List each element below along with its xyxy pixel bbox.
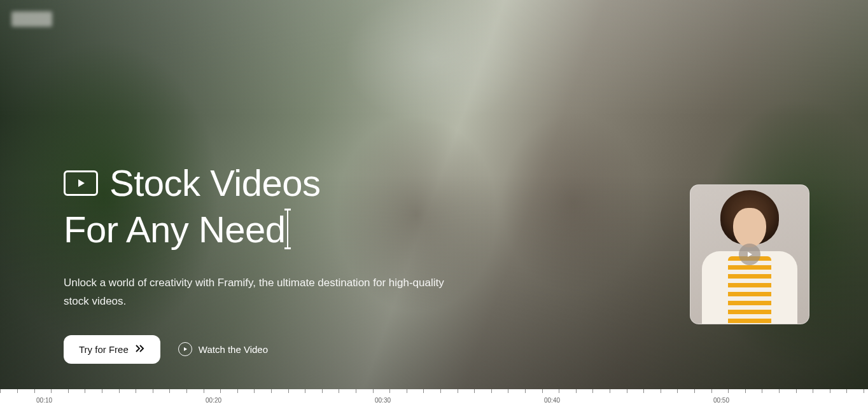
hero-subtext: Unlock a world of creativity with Framif… xyxy=(64,274,471,311)
timeline-tick-minor xyxy=(339,389,339,393)
timeline-label: 00:20 xyxy=(206,397,221,404)
timeline-tick-minor xyxy=(220,389,221,393)
timeline-tick-minor xyxy=(677,389,678,393)
headline-text-1: Stock Videos xyxy=(109,160,320,207)
timeline-tick-minor xyxy=(525,389,526,393)
timeline-tick-minor xyxy=(627,389,627,393)
timeline-tick-minor xyxy=(559,389,559,393)
logo xyxy=(11,11,52,27)
video-frame-icon xyxy=(64,170,98,196)
timeline-label: 00:40 xyxy=(544,397,560,404)
timeline-tick-minor xyxy=(610,389,610,393)
timeline-tick-minor xyxy=(237,389,238,393)
timeline-tick-minor xyxy=(68,389,69,393)
timeline-tick-minor xyxy=(85,389,85,393)
timeline-tick-minor xyxy=(305,389,305,393)
timeline-tick-minor xyxy=(508,389,508,393)
timeline-tick-minor xyxy=(592,389,593,393)
timeline-tick-minor xyxy=(728,389,729,393)
svg-marker-0 xyxy=(78,179,85,187)
timeline-tick-minor xyxy=(34,389,35,393)
try-for-free-label: Try for Free xyxy=(79,344,129,355)
timeline-tick-minor xyxy=(779,389,780,393)
timeline-ruler[interactable]: 00:1000:2000:3000:4000:50 xyxy=(0,389,868,407)
timeline-tick-minor xyxy=(846,389,847,393)
timeline-tick-minor xyxy=(830,389,830,393)
hero-content: Stock Videos For Any Need Unlock a world… xyxy=(64,160,471,364)
play-icon xyxy=(739,244,760,265)
timeline-tick-minor xyxy=(796,389,797,393)
timeline-tick-minor xyxy=(542,389,543,393)
timeline-tick-minor xyxy=(169,389,170,393)
timeline-tick-minor xyxy=(186,389,187,393)
timeline-tick-minor xyxy=(762,389,762,393)
play-circle-icon xyxy=(178,342,192,356)
svg-marker-1 xyxy=(184,347,187,351)
try-for-free-button[interactable]: Try for Free xyxy=(64,335,160,364)
cta-row: Try for Free Watch the Video xyxy=(64,335,471,364)
timeline-tick-minor xyxy=(643,389,644,393)
timeline-tick-minor xyxy=(864,389,864,393)
timeline-tick-minor xyxy=(102,389,102,393)
timeline-label: 00:50 xyxy=(713,397,729,404)
headline-line-2: For Any Need xyxy=(64,207,471,253)
timeline-tick-minor xyxy=(407,389,407,393)
timeline-tick-minor xyxy=(271,389,272,393)
timeline-tick-minor xyxy=(813,389,813,393)
timeline-tick-minor xyxy=(711,389,712,393)
timeline-tick-minor xyxy=(474,389,475,393)
timeline-tick-minor xyxy=(153,389,153,393)
timeline-tick-minor xyxy=(119,389,120,393)
timeline-tick-minor xyxy=(458,389,458,393)
text-cursor-icon xyxy=(287,210,288,247)
headline: Stock Videos For Any Need xyxy=(64,160,471,252)
timeline-tick-minor xyxy=(0,389,1,393)
timeline-tick-minor xyxy=(661,389,661,393)
watch-video-button[interactable]: Watch the Video xyxy=(178,342,268,356)
timeline-tick-minor xyxy=(491,389,492,393)
headline-line-1: Stock Videos xyxy=(64,160,471,207)
timeline-tick-minor xyxy=(423,389,424,393)
timeline-tick-minor xyxy=(136,389,136,393)
timeline-label: 00:10 xyxy=(36,397,52,404)
timeline-label: 00:30 xyxy=(375,397,391,404)
timeline-tick-minor xyxy=(17,389,18,393)
watch-video-label: Watch the Video xyxy=(199,344,268,355)
svg-marker-2 xyxy=(748,252,752,257)
headline-text-2: For Any Need xyxy=(64,209,286,250)
timeline-tick-minor xyxy=(356,389,356,393)
timeline-tick-minor xyxy=(322,389,323,393)
timeline-tick-minor xyxy=(576,389,577,393)
timeline-tick-minor xyxy=(288,389,289,393)
timeline-tick-minor xyxy=(254,389,255,393)
timeline-tick-minor xyxy=(389,389,390,393)
timeline-tick-minor xyxy=(745,389,746,393)
timeline-tick-minor xyxy=(204,389,204,393)
timeline-tick-minor xyxy=(51,389,52,393)
timeline-tick-minor xyxy=(373,389,374,393)
video-thumbnail-card[interactable] xyxy=(690,184,809,324)
chevrons-right-icon xyxy=(135,344,145,355)
timeline-tick-minor xyxy=(694,389,695,393)
timeline-tick-minor xyxy=(440,389,441,393)
